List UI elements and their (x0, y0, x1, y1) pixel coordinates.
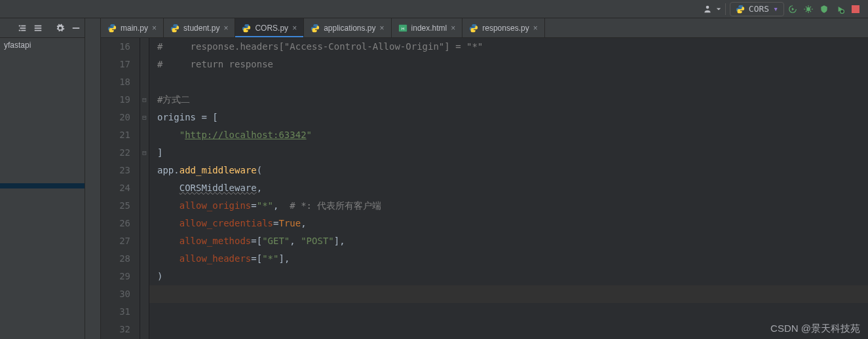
fold-handle (140, 250, 149, 268)
code-token: # response.headers["Access-Control-Allow… (157, 41, 483, 52)
line-number: 29 (101, 268, 130, 285)
gear-icon[interactable] (56, 24, 65, 33)
tab-label: CORS.py (255, 24, 288, 33)
editor-tab-CORS-py[interactable]: CORS.py× (235, 18, 304, 37)
editor-tab-main-py[interactable]: main.py× (101, 18, 164, 37)
line-number: 16 (101, 38, 130, 56)
project-selected-item[interactable] (0, 183, 85, 188)
line-number: 32 (101, 321, 130, 338)
code-token: " (179, 130, 185, 140)
code-line[interactable] (149, 321, 868, 338)
tab-close-icon[interactable]: × (533, 24, 538, 33)
code-token: "POST" (301, 236, 334, 246)
code-line[interactable] (149, 285, 868, 303)
tab-close-icon[interactable]: × (380, 24, 385, 33)
tab-close-icon[interactable]: × (451, 24, 455, 33)
stop-button[interactable] (848, 2, 863, 16)
code-line[interactable] (149, 73, 868, 91)
collapse-icon[interactable] (71, 24, 81, 33)
editor-tab-responses-py[interactable]: responses.py× (462, 18, 544, 37)
code-editor[interactable]: 1617181920212223242526272829303132 ⊟⊟⊟ #… (101, 38, 868, 339)
code-line[interactable]: origins = [ (149, 109, 868, 126)
html-file-icon: H (398, 24, 407, 33)
code-token: allow_origins (179, 200, 252, 211)
code-line[interactable]: # return response (149, 56, 868, 73)
toolbar-separator (725, 3, 726, 15)
line-number: 30 (101, 285, 130, 303)
code-line[interactable]: #方式二 (149, 91, 868, 109)
debug-button[interactable] (801, 2, 816, 16)
line-number: 28 (101, 250, 130, 268)
fold-gutter[interactable]: ⊟⊟⊟ (140, 38, 149, 339)
run-config-label: CORS (749, 4, 769, 14)
line-number-gutter: 1617181920212223242526272829303132 (101, 38, 140, 339)
fold-handle (140, 303, 149, 321)
user-menu-button[interactable] (700, 2, 715, 16)
run-profile-button[interactable] (833, 2, 847, 16)
code-token: http://localhost:63342 (185, 130, 306, 140)
code-line[interactable]: ] (149, 144, 868, 162)
fold-handle (140, 56, 149, 73)
line-number: 22 (101, 144, 130, 162)
line-number: 31 (101, 303, 130, 321)
run-config-selector[interactable]: CORS ▾ (730, 2, 784, 16)
code-token: ) (157, 271, 162, 281)
run-button[interactable] (785, 2, 800, 16)
svg-rect-12 (73, 27, 80, 29)
code-token: allow_headers (179, 253, 252, 264)
fold-handle (140, 268, 149, 285)
tab-label: applications.py (324, 24, 375, 33)
code-line[interactable]: "http://localhost:63342" (149, 126, 868, 144)
code-token: origins (157, 112, 201, 122)
code-token (157, 183, 179, 193)
svg-rect-7 (21, 29, 26, 31)
code-line[interactable]: ) (149, 268, 868, 285)
line-number: 17 (101, 56, 130, 73)
project-root-item[interactable]: yfastapi (0, 38, 85, 52)
editor-tab-student-py[interactable]: student.py× (164, 18, 235, 37)
svg-point-1 (806, 7, 810, 11)
code-token: , (273, 200, 290, 211)
line-number: 24 (101, 179, 130, 197)
code-line[interactable]: allow_credentials=True, (149, 215, 868, 232)
project-root-label: yfastapi (4, 41, 31, 50)
code-token: True (278, 218, 301, 228)
editor-tab-index-html[interactable]: Hindex.html× (392, 18, 463, 37)
code-line[interactable]: allow_headers=["*"], (149, 250, 868, 268)
tab-close-icon[interactable]: × (152, 24, 157, 33)
code-token (157, 236, 179, 246)
code-line[interactable]: CORSMiddleware, (149, 179, 868, 197)
code-token (157, 200, 179, 211)
code-line[interactable] (149, 303, 868, 321)
code-token: = (251, 200, 256, 211)
tab-close-icon[interactable]: × (292, 24, 297, 33)
editor-tab-applications-py[interactable]: applications.py× (304, 18, 391, 37)
code-area[interactable]: # response.headers["Access-Control-Allow… (149, 38, 868, 339)
fold-handle (140, 321, 149, 338)
code-line[interactable]: app.add_middleware( (149, 162, 868, 179)
fold-handle[interactable]: ⊟ (140, 144, 149, 162)
code-token (157, 130, 179, 140)
python-file-icon (170, 24, 179, 33)
tab-label: index.html (411, 24, 447, 33)
svg-rect-9 (35, 25, 42, 26)
fold-handle (140, 162, 149, 179)
fold-handle (140, 73, 149, 91)
fold-handle (140, 215, 149, 232)
code-line[interactable]: allow_methods=["GET", "POST"], (149, 232, 868, 250)
code-token: "GET" (262, 236, 290, 246)
svg-point-0 (706, 5, 709, 9)
fold-handle[interactable]: ⊟ (140, 109, 149, 126)
code-token: ( (257, 165, 262, 175)
run-coverage-button[interactable] (817, 2, 831, 16)
code-token: = [ (201, 112, 217, 122)
structure-flat-icon[interactable] (33, 24, 43, 33)
tab-close-icon[interactable]: × (223, 24, 228, 33)
code-line[interactable]: allow_origins="*", # *: 代表所有客户端 (149, 197, 868, 215)
python-icon (736, 5, 745, 14)
line-number: 27 (101, 232, 130, 250)
svg-rect-10 (35, 27, 42, 29)
structure-indent-icon[interactable] (18, 24, 27, 33)
code-line[interactable]: # response.headers["Access-Control-Allow… (149, 38, 868, 56)
fold-handle[interactable]: ⊟ (140, 91, 149, 109)
